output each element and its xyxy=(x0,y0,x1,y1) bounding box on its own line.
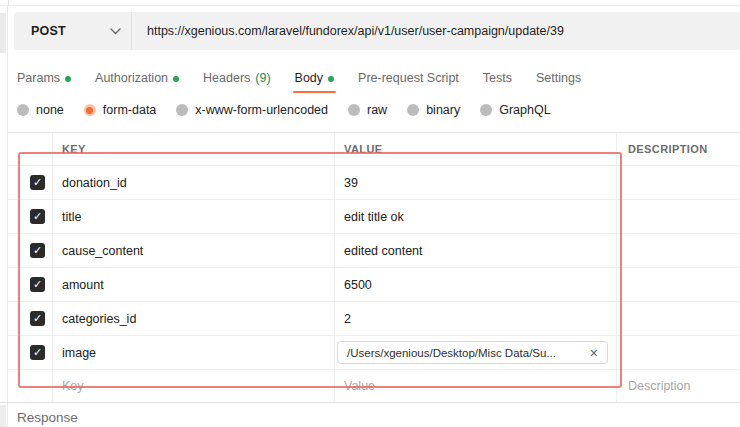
checkbox-cell: ✓ xyxy=(8,166,53,199)
header-description: DESCRIPTION xyxy=(617,133,740,165)
tab-label: Authorization xyxy=(95,71,168,85)
request-tabs: Params Authorization Headers (9) Body Pr… xyxy=(17,67,740,89)
value-cell[interactable]: 39 xyxy=(335,166,617,199)
method-label: POST xyxy=(31,24,66,38)
row-checkbox-checked[interactable]: ✓ xyxy=(30,277,45,292)
description-cell[interactable] xyxy=(617,336,740,369)
row-checkbox-checked[interactable]: ✓ xyxy=(30,175,45,190)
checkmark-icon: ✓ xyxy=(33,211,42,222)
body-type-label: none xyxy=(36,103,64,117)
table-row: ✓ categories_id 2 xyxy=(8,302,740,336)
table-placeholder-row: Key Value Description xyxy=(8,370,740,403)
value-cell[interactable]: 2 xyxy=(335,302,617,335)
value-cell[interactable]: edited content xyxy=(335,234,617,267)
table-row: ✓ amount 6500 xyxy=(8,268,740,302)
headers-count-badge: (9) xyxy=(255,71,270,85)
row-checkbox-checked[interactable]: ✓ xyxy=(30,243,45,258)
request-bar: POST https://xgenious.com/laravel/fundor… xyxy=(14,12,740,50)
checkbox-cell: ✓ xyxy=(8,234,53,267)
pane-divider xyxy=(8,0,9,6)
tab-label: Settings xyxy=(536,71,581,85)
checkbox-cell: ✓ xyxy=(8,302,53,335)
tab-tests[interactable]: Tests xyxy=(483,71,512,85)
body-type-x-www-form-urlencoded[interactable]: x-www-form-urlencoded xyxy=(176,103,328,117)
key-placeholder[interactable]: Key xyxy=(53,370,335,402)
key-cell[interactable]: donation_id xyxy=(53,166,335,199)
table-header-row: KEY VALUE DESCRIPTION xyxy=(8,133,740,166)
radio-icon xyxy=(17,104,29,116)
tab-pre-request-script[interactable]: Pre-request Script xyxy=(358,71,459,85)
key-cell[interactable]: title xyxy=(53,200,335,233)
modified-dot-icon xyxy=(328,76,334,82)
modified-dot-icon xyxy=(65,76,71,82)
url-input[interactable]: https://xgenious.com/laravel/fundorex/ap… xyxy=(131,12,740,50)
description-cell[interactable] xyxy=(617,268,740,301)
window-top-edge xyxy=(0,0,740,6)
checkbox-cell: ✓ xyxy=(8,200,53,233)
body-type-binary[interactable]: binary xyxy=(407,103,460,117)
sidebar-edge-bottom xyxy=(0,405,6,427)
radio-icon xyxy=(407,104,419,116)
body-type-label: raw xyxy=(367,103,387,117)
row-checkbox-checked[interactable]: ✓ xyxy=(30,345,45,360)
radio-icon xyxy=(176,104,188,116)
tab-label: Headers xyxy=(203,71,250,85)
tab-label: Body xyxy=(295,71,324,85)
checkbox-cell: ✓ xyxy=(8,268,53,301)
checkbox-cell: ✓ xyxy=(8,336,53,369)
description-cell[interactable] xyxy=(617,302,740,335)
modified-dot-icon xyxy=(173,76,179,82)
body-type-none[interactable]: none xyxy=(17,103,64,117)
value-cell: /Users/xgenious/Desktop/Misc Data/Su... … xyxy=(335,336,617,369)
checkmark-icon: ✓ xyxy=(33,313,42,324)
body-type-raw[interactable]: raw xyxy=(348,103,387,117)
checkmark-icon: ✓ xyxy=(33,279,42,290)
form-data-table: KEY VALUE DESCRIPTION ✓ donation_id 39 ✓… xyxy=(8,132,740,403)
tab-settings[interactable]: Settings xyxy=(536,71,581,85)
file-path-text: /Users/xgenious/Desktop/Misc Data/Su... xyxy=(347,347,556,359)
body-type-graphql[interactable]: GraphQL xyxy=(480,103,550,117)
key-cell[interactable]: categories_id xyxy=(53,302,335,335)
description-cell[interactable] xyxy=(617,200,740,233)
radio-icon xyxy=(348,104,360,116)
header-key: KEY xyxy=(53,133,335,165)
body-type-label: binary xyxy=(426,103,460,117)
method-select[interactable]: POST xyxy=(14,24,131,38)
tab-params[interactable]: Params xyxy=(17,71,71,85)
body-type-selector: none form-data x-www-form-urlencoded raw… xyxy=(17,100,551,120)
header-checkbox-cell xyxy=(8,133,53,165)
value-cell[interactable]: edit title ok xyxy=(335,200,617,233)
checkmark-icon: ✓ xyxy=(33,347,42,358)
table-row: ✓ title edit title ok xyxy=(8,200,740,234)
close-icon[interactable]: × xyxy=(590,346,598,360)
key-cell[interactable]: image xyxy=(53,336,335,369)
radio-icon xyxy=(480,104,492,116)
header-value: VALUE xyxy=(335,133,617,165)
file-attachment-chip[interactable]: /Users/xgenious/Desktop/Misc Data/Su... … xyxy=(337,341,608,364)
tab-authorization[interactable]: Authorization xyxy=(95,71,179,85)
table-row: ✓ image /Users/xgenious/Desktop/Misc Dat… xyxy=(8,336,740,370)
row-checkbox-checked[interactable]: ✓ xyxy=(30,311,45,326)
value-placeholder[interactable]: Value xyxy=(335,370,617,402)
radio-selected-icon xyxy=(84,104,96,116)
row-checkbox-checked[interactable]: ✓ xyxy=(30,209,45,224)
key-cell[interactable]: amount xyxy=(53,268,335,301)
sidebar-edge-top xyxy=(0,13,6,53)
body-type-label: x-www-form-urlencoded xyxy=(195,103,328,117)
table-row: ✓ donation_id 39 xyxy=(8,166,740,200)
key-cell[interactable]: cause_content xyxy=(53,234,335,267)
tab-body[interactable]: Body xyxy=(295,71,335,85)
description-placeholder[interactable]: Description xyxy=(617,370,740,402)
body-type-label: GraphQL xyxy=(499,103,550,117)
description-cell[interactable] xyxy=(617,166,740,199)
body-type-form-data[interactable]: form-data xyxy=(84,103,157,117)
body-type-label: form-data xyxy=(103,103,157,117)
checkmark-icon: ✓ xyxy=(33,177,42,188)
tab-label: Tests xyxy=(483,71,512,85)
tab-headers[interactable]: Headers (9) xyxy=(203,71,271,85)
chevron-down-icon xyxy=(110,28,121,35)
value-cell[interactable]: 6500 xyxy=(335,268,617,301)
response-section-label: Response xyxy=(17,410,78,425)
description-cell[interactable] xyxy=(617,234,740,267)
table-row: ✓ cause_content edited content xyxy=(8,234,740,268)
